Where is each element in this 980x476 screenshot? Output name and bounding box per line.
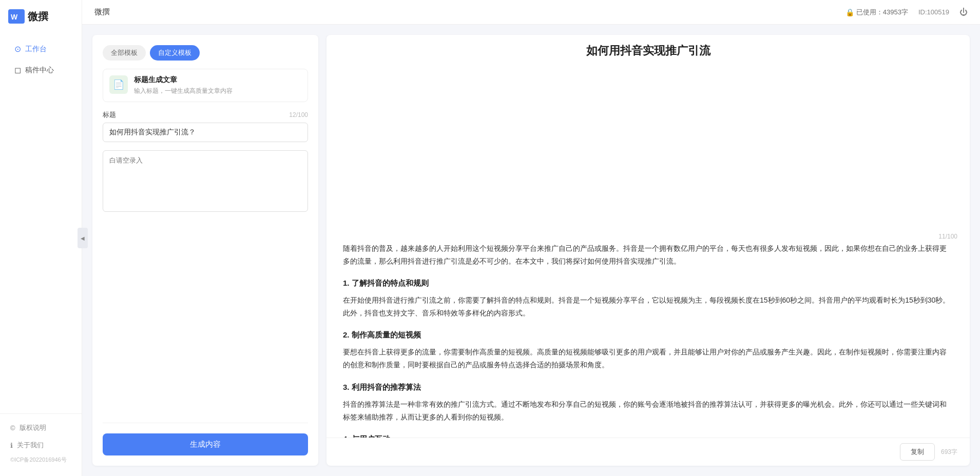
icp-text: ©ICP备2022016946号	[0, 454, 82, 466]
article-section-heading: 4. 与用户互动	[343, 432, 953, 438]
sidebar-bottom: © 版权说明 ℹ 关于我们 ©ICP备2022016946号	[0, 413, 82, 476]
article-section-paragraph: 在开始使用抖音进行推广引流之前，你需要了解抖音的特点和规则。抖音是一个短视频分享…	[343, 294, 953, 320]
svg-text:W: W	[11, 13, 18, 21]
tab-bar: 全部模板 自定义模板	[103, 45, 308, 61]
title-input[interactable]	[103, 123, 308, 142]
usage-label: 已使用：43953字	[856, 8, 908, 17]
article-section-paragraph: 抖音的推荐算法是一种非常有效的推广引流方式。通过不断地发布和分享自己的短视频，你…	[343, 398, 953, 424]
top-header: 微撰 🔒 已使用：43953字 ID:100519 ⏻	[82, 0, 980, 25]
article-section-heading: 2. 制作高质量的短视频	[343, 328, 953, 342]
tab-custom-templates[interactable]: 自定义模板	[150, 45, 200, 61]
template-card-desc: 输入标题，一键生成高质量文章内容	[134, 87, 301, 95]
content-textarea[interactable]	[103, 150, 308, 212]
header-right: 🔒 已使用：43953字 ID:100519 ⏻	[846, 8, 968, 17]
main-area: 微撰 🔒 已使用：43953字 ID:100519 ⏻ 全部模板 自定义模板 📄…	[82, 0, 980, 476]
usage-icon: 🔒	[846, 8, 854, 16]
article-section-heading: 3. 利用抖音的推荐算法	[343, 380, 953, 394]
logo-icon: W	[8, 9, 25, 24]
article-section-heading: 1. 了解抖音的特点和规则	[343, 276, 953, 290]
sidebar-item-workbench-label: 工作台	[25, 45, 47, 54]
sidebar-item-about[interactable]: ℹ 关于我们	[0, 437, 82, 454]
right-panel-footer: 复制 693字	[326, 438, 970, 466]
sidebar-toggle[interactable]: ◀	[78, 228, 88, 248]
about-icon: ℹ	[10, 442, 13, 449]
article-section-paragraph: 要想在抖音上获得更多的流量，你需要制作高质量的短视频。高质量的短视频能够吸引更多…	[343, 346, 953, 371]
sidebar: W 微撰 ⊙ 工作台 ◻ 稿件中心 © 版权说明 ℹ 关于我们 ©ICP备202…	[0, 0, 82, 476]
logo: W 微撰	[0, 0, 82, 33]
sidebar-nav: ⊙ 工作台 ◻ 稿件中心	[0, 33, 82, 413]
logout-icon[interactable]: ⏻	[959, 8, 968, 17]
sidebar-item-copyright[interactable]: © 版权说明	[0, 419, 82, 437]
content-area: 全部模板 自定义模板 📄 标题生成文章 输入标题，一键生成高质量文章内容 标题 …	[82, 25, 980, 476]
copyright-icon: ©	[10, 424, 15, 432]
workbench-icon: ⊙	[14, 44, 21, 54]
word-count: 693字	[941, 448, 957, 457]
template-card-icon: 📄	[109, 75, 128, 94]
sidebar-item-drafts[interactable]: ◻ 稿件中心	[4, 60, 78, 80]
right-panel: 如何用抖音实现推广引流 11/100 随着抖音的普及，越来越多的人开始利用这个短…	[326, 35, 970, 466]
page-indicator: 11/100	[326, 233, 970, 240]
article-content: 随着抖音的普及，越来越多的人开始利用这个短视频分享平台来推广自己的产品或服务。抖…	[326, 242, 970, 438]
sidebar-item-drafts-label: 稿件中心	[25, 66, 54, 75]
form-divider	[103, 423, 308, 423]
generate-button[interactable]: 生成内容	[103, 433, 308, 455]
left-panel: 全部模板 自定义模板 📄 标题生成文章 输入标题，一键生成高质量文章内容 标题 …	[92, 35, 318, 466]
drafts-icon: ◻	[14, 65, 21, 75]
title-label: 标题	[103, 110, 116, 120]
logo-text: 微撰	[28, 10, 48, 24]
copy-button[interactable]: 复制	[900, 443, 935, 461]
header-id: ID:100519	[918, 8, 949, 16]
title-count: 12/100	[289, 111, 308, 118]
header-title: 微撰	[94, 7, 110, 17]
content-form-group	[103, 150, 308, 412]
usage-display: 🔒 已使用：43953字	[846, 8, 908, 17]
sidebar-item-workbench[interactable]: ⊙ 工作台	[4, 39, 78, 59]
copyright-label: 版权说明	[20, 423, 46, 432]
article-title: 如何用抖音实现推广引流	[326, 35, 970, 233]
template-card[interactable]: 📄 标题生成文章 输入标题，一键生成高质量文章内容	[103, 69, 308, 102]
title-form-group: 标题 12/100	[103, 110, 308, 142]
about-label: 关于我们	[17, 441, 44, 450]
article-section-paragraph: 随着抖音的普及，越来越多的人开始利用这个短视频分享平台来推广自己的产品或服务。抖…	[343, 242, 953, 268]
template-card-title: 标题生成文章	[134, 75, 301, 85]
tab-all-templates[interactable]: 全部模板	[103, 45, 146, 61]
